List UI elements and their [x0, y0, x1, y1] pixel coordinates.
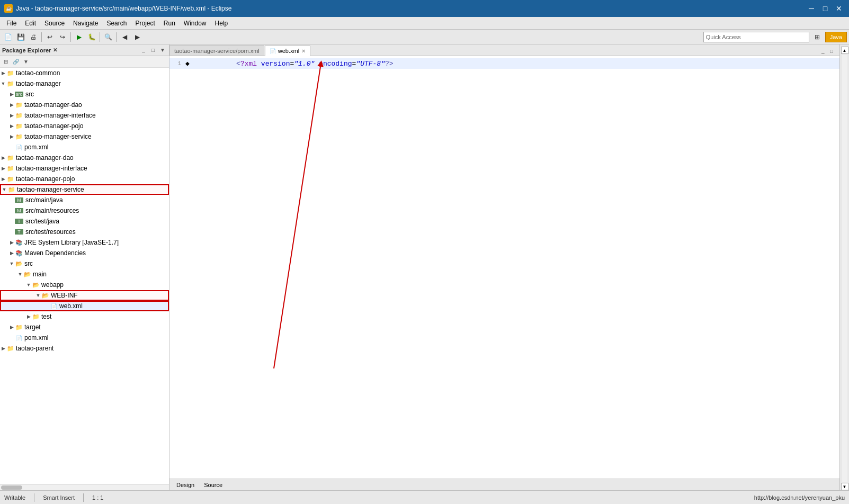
menu-project[interactable]: Project	[131, 17, 159, 29]
tree-item-src2[interactable]: ▼ 📂 src	[0, 258, 169, 269]
close-button[interactable]: ✕	[833, 3, 845, 14]
panel-close-icon[interactable]: ✕	[53, 47, 57, 53]
search-button[interactable]: 🔍	[102, 31, 114, 43]
pom-tab-label: taotao-manager-service/pom.xml	[174, 48, 260, 54]
menu-navigate[interactable]: Navigate	[69, 17, 102, 29]
tree-item-src-test-java[interactable]: ▶ T src/test/java	[0, 216, 169, 227]
redo-button[interactable]: ↪	[57, 31, 68, 43]
panel-menu-button[interactable]: ▼	[21, 57, 31, 67]
tree-item-webinf[interactable]: ▼ 📂 WEB-INF	[0, 290, 169, 301]
editor-minimize-icon[interactable]: _	[821, 48, 829, 56]
xml-icon: 📄	[50, 303, 58, 309]
panel-minimize-icon[interactable]: _	[139, 46, 148, 55]
menu-file[interactable]: File	[2, 17, 21, 29]
panel-menu-icon[interactable]: ▼	[158, 46, 167, 55]
tab-webxml[interactable]: 📄 web.xml ✕	[265, 46, 310, 56]
tree-item-target[interactable]: ▶ 📁 target	[0, 322, 169, 332]
xml-open: <	[236, 60, 240, 68]
tree-label: target	[24, 323, 41, 331]
menu-run[interactable]: Run	[159, 17, 180, 29]
tree-item-mgr-pojo[interactable]: ▶ 📁 taotao-manager-pojo	[0, 121, 169, 131]
tree-label: WEB-INF	[51, 292, 78, 299]
tab-design[interactable]: Design	[172, 480, 199, 490]
jar-icon: 📚	[15, 239, 23, 246]
project-icon: 📁	[15, 102, 23, 109]
tree-item-taotao-manager[interactable]: ▼ 📁 taotao-manager	[0, 78, 169, 89]
tree-item-jre[interactable]: ▶ 📚 JRE System Library [JavaSE-1.7]	[0, 237, 169, 248]
debug-button[interactable]: 🐛	[86, 31, 97, 43]
tab-source[interactable]: Source	[199, 480, 227, 490]
editor-controls: _ □	[819, 48, 839, 56]
tree-label: taotao-manager-pojo	[16, 175, 75, 183]
tree-item-mgr-dao[interactable]: ▶ 📁 taotao-manager-dao	[0, 100, 169, 110]
tree-item-pom-inner[interactable]: ▶ 📄 pom.xml	[0, 142, 169, 152]
tree-arrow: ▶	[0, 155, 6, 160]
menu-source[interactable]: Source	[40, 17, 69, 29]
tree-item-webxml[interactable]: ▶ 📄 web.xml	[0, 301, 169, 311]
run-button[interactable]: ▶	[73, 31, 85, 43]
tree-item-mgr-interface[interactable]: ▶ 📁 taotao-manager-interface	[0, 110, 169, 121]
tree-item-src-test-resources[interactable]: ▶ T src/test/resources	[0, 227, 169, 237]
window-controls[interactable]: ─ □ ✕	[806, 3, 845, 14]
tree-item-src-main-resources[interactable]: ▶ M src/main/resources	[0, 205, 169, 216]
next-button[interactable]: ▶	[131, 31, 143, 43]
tree-item-taotao-common[interactable]: ▶ 📁 taotao-common	[0, 68, 169, 78]
tree-label: src/test/resources	[25, 228, 76, 236]
src-icon: T	[15, 219, 23, 224]
menu-edit[interactable]: Edit	[21, 17, 40, 29]
tree-item-pom-top[interactable]: ▶ 📄 pom.xml	[0, 332, 169, 343]
tree-item-mgr-service-inner[interactable]: ▶ 📁 taotao-manager-service	[0, 131, 169, 142]
tree-item-webapp[interactable]: ▼ 📂 webapp	[0, 280, 169, 290]
prev-button[interactable]: ◀	[119, 31, 130, 43]
rsb-btn-1[interactable]: ▲	[841, 47, 848, 54]
source-tab-label: Source	[204, 482, 222, 488]
tree-item-interface-top[interactable]: ▶ 📁 taotao-manager-interface	[0, 163, 169, 174]
tree-label: taotao-manager-dao	[16, 154, 74, 161]
scrollbar-thumb[interactable]	[1, 485, 22, 490]
save-button[interactable]: 💾	[15, 31, 26, 43]
undo-button[interactable]: ↩	[44, 31, 56, 43]
tab-close-icon[interactable]: ✕	[301, 48, 306, 54]
quick-access-input[interactable]: Quick Access	[703, 32, 809, 42]
tree-item-pojo-top[interactable]: ▶ 📁 taotao-manager-pojo	[0, 174, 169, 184]
link-editor-button[interactable]: 🔗	[11, 57, 21, 67]
print-button[interactable]: 🖨	[28, 31, 39, 43]
tree-item-src[interactable]: ▶ src src	[0, 89, 169, 100]
tree-item-main[interactable]: ▼ 📂 main	[0, 269, 169, 280]
tree-item-dao-top[interactable]: ▶ 📁 taotao-manager-dao	[0, 152, 169, 163]
new-button[interactable]: 📄	[2, 31, 14, 43]
minimize-button[interactable]: ─	[806, 3, 817, 14]
tree-item-test[interactable]: ▶ 📁 test	[0, 311, 169, 322]
horizontal-scrollbar[interactable]	[0, 484, 169, 490]
menu-bar: File Edit Source Navigate Search Project…	[0, 17, 849, 30]
window-title: Java - taotao-manager-service/src/main/w…	[16, 5, 231, 12]
tree-item-maven-deps[interactable]: ▶ 📚 Maven Dependencies	[0, 248, 169, 258]
editor-area[interactable]: 1 ◆ <?xml version="1.0" encoding="UTF-8"…	[169, 56, 839, 479]
perspectives-button[interactable]: ⊞	[811, 31, 823, 43]
project-icon: 📁	[6, 165, 15, 172]
tree-item-src-main-java[interactable]: ▶ M src/main/java	[0, 195, 169, 205]
tab-pom[interactable]: taotao-manager-service/pom.xml	[169, 45, 264, 56]
menu-search[interactable]: Search	[102, 17, 131, 29]
collapse-all-button[interactable]: ⊟	[1, 57, 11, 67]
toolbar-separator-1	[41, 32, 42, 42]
tree-item-service-top[interactable]: ▼ 📁 taotao-manager-service	[0, 184, 169, 195]
tree-label: pom.xml	[24, 143, 48, 151]
line-marker: ◆	[185, 59, 193, 68]
panel-header-left: Package Explorer ✕	[2, 47, 57, 53]
tree-area[interactable]: ▶ 📁 taotao-common ▼ 📁 taotao-manager ▶ s…	[0, 68, 169, 484]
editor-maximize-icon[interactable]: □	[830, 48, 837, 56]
maximize-button[interactable]: □	[819, 3, 831, 14]
panel-maximize-icon[interactable]: □	[149, 46, 157, 55]
menu-help[interactable]: Help	[211, 17, 233, 29]
src-icon: src	[15, 92, 23, 97]
tree-arrow: ▼	[35, 293, 41, 298]
rsb-btn-2[interactable]: ▼	[841, 483, 848, 490]
status-section-left: Writable	[4, 494, 25, 501]
menu-window[interactable]: Window	[180, 17, 211, 29]
tree-label: pom.xml	[24, 334, 48, 341]
java-perspective-button[interactable]: Java	[825, 32, 847, 42]
rsb-track[interactable]	[842, 55, 847, 482]
tree-arrow: ▶	[8, 134, 15, 139]
tree-item-taotao-parent[interactable]: ▶ 📁 taotao-parent	[0, 343, 169, 354]
